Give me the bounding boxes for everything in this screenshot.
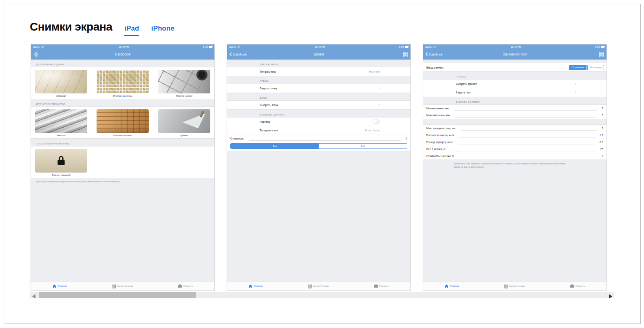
nav-bar: CalcBook — [31, 49, 214, 60]
tabbar-label: Калькуляторы — [313, 285, 329, 287]
row-label: Максимальная, мм. — [426, 114, 450, 117]
tab-ipad[interactable]: iPad — [124, 24, 139, 36]
scrollbar-thumb[interactable] — [39, 292, 196, 298]
tab-bar: Главная Калькуляторы Проекты — [31, 281, 214, 290]
field-underline — [459, 158, 597, 158]
row-bag-cost[interactable]: Стоимость 1 мешка, $ 0 — [423, 153, 607, 160]
row-label: Плотность смеси, кг./л. — [426, 134, 454, 137]
field-underline — [458, 144, 595, 144]
tabbar-item-calculators[interactable]: Калькуляторы — [308, 284, 329, 288]
row-label: Мин. толщина слоя, мм. — [426, 127, 456, 130]
row-value: 0 — [406, 137, 407, 140]
clock-label: 10:49 PM — [119, 46, 129, 48]
row-max-height[interactable]: Максимальная, мм. 5 — [423, 112, 607, 119]
row-label: Вес 1 мешка, кг. — [426, 148, 446, 151]
row-set-wall[interactable]: Задать стену › — [260, 84, 380, 93]
tabbar-item-projects[interactable]: Проекты — [570, 284, 585, 288]
carrier-label: Carrier — [425, 46, 432, 48]
row-label: Раствор — [260, 120, 270, 123]
tabbar-item-projects[interactable]: Проекты — [178, 284, 193, 288]
field-underline — [249, 140, 401, 141]
tab-bar: Главная Калькуляторы Проекты — [423, 281, 607, 290]
lock-icon — [56, 155, 66, 167]
tab-iphone[interactable]: iPhone — [151, 24, 174, 35]
scroll-right-arrow[interactable] — [609, 293, 612, 300]
nav-bar: CalcBook Блоки — [227, 49, 410, 60]
row-min-layer[interactable]: Мин. толщина слоя, мм. 3 — [423, 125, 607, 132]
metal-image — [35, 109, 87, 133]
input-mode-segmented-control: По размерам По площади — [569, 65, 604, 70]
result-button[interactable] — [403, 52, 408, 57]
row-cost[interactable]: Стоимость 0 — [227, 135, 410, 142]
row-set-floor[interactable]: Задать пол › — [456, 88, 576, 97]
briefcase-icon — [374, 284, 378, 288]
section-header-specialized: СПЕЦИАЛИЗИРОВАННЫЕ — [31, 139, 214, 146]
tabbar-item-home[interactable]: Главная — [248, 284, 263, 288]
segment-square[interactable]: Бм² — [319, 144, 407, 148]
home-icon — [248, 284, 253, 288]
carrier-label: Carrier — [229, 46, 236, 48]
field-underline — [455, 117, 597, 117]
clock-label: 10:49 PM — [315, 46, 325, 48]
result-button[interactable] — [599, 52, 604, 57]
section-header-repair: ДЛЯ РЕМОНТА ДОМА — [31, 60, 214, 67]
row-mix-density[interactable]: Плотность смеси, кг./л. 1.2 — [423, 132, 607, 139]
calc-item-lumber[interactable]: Пиломатериалы — [97, 109, 149, 137]
segment-by-area[interactable]: По площади — [587, 65, 604, 70]
calc-item-laminate[interactable]: Ламинат — [35, 70, 87, 98]
gear-icon — [33, 52, 39, 57]
row-value: 1.2 — [600, 134, 603, 137]
swipe-hint: Для пролистывания калькуляторов использу… — [31, 178, 214, 185]
back-button[interactable]: CalcBook — [229, 52, 247, 56]
tabbar-label: Калькуляторы — [117, 285, 133, 287]
chevron-right-icon: › — [575, 90, 576, 95]
row-choose-block[interactable]: Выбрать блок › — [260, 101, 380, 109]
tabbar-item-home[interactable]: Главная — [52, 284, 67, 288]
mortar-toggle[interactable] — [373, 120, 380, 124]
chevron-right-icon: › — [575, 81, 576, 86]
briefcase-icon — [178, 284, 182, 288]
calc-item-floor-tile[interactable]: Плитка на пол — [158, 70, 210, 98]
row-value: 3 — [602, 127, 603, 130]
row-value: На стену — [369, 70, 380, 73]
section-header-project: ПРОЕКТ — [423, 72, 607, 79]
calc-item-wall-tile[interactable]: Плитка на стены — [97, 70, 149, 98]
calc-item-trench[interactable]: Расчет траншей — [35, 149, 87, 177]
calculator-icon — [504, 284, 508, 288]
row-wall-thickness[interactable]: Толщина стен В пол блока — [260, 126, 380, 135]
row-bag-weight[interactable]: Вес 1 мешка, кг. 25 — [423, 146, 607, 153]
row-label: Задать пол — [456, 91, 470, 94]
row-label: Толщина стен — [260, 129, 278, 132]
tabbar-label: Калькуляторы — [509, 285, 525, 287]
tabbar-item-calculators[interactable]: Калькуляторы — [112, 284, 133, 288]
calc-item-metal[interactable]: Металл — [35, 109, 87, 137]
tabbar-item-home[interactable]: Главная — [444, 284, 459, 288]
back-button[interactable]: CalcBook — [426, 52, 443, 56]
row-calc-type[interactable]: Тип расчета На стену — [260, 67, 380, 76]
specialized-gallery: Расчет траншей — [31, 146, 214, 178]
segment-by-dimensions[interactable]: По размерам — [569, 65, 587, 70]
nav-bar: CalcBook Заливной пол — [423, 49, 607, 60]
section-header-wall: СТЕНА — [227, 76, 410, 84]
calc-item-label: Цемент — [158, 133, 210, 137]
tabbar-item-projects[interactable]: Проекты — [374, 284, 389, 288]
clock-label: 10:49 PM — [511, 46, 521, 48]
section-header-input: ВХОДНЫЕ ДАННЫЕ — [227, 110, 410, 117]
segment-blocks[interactable]: Блк — [231, 144, 319, 148]
battery-icon — [209, 46, 212, 48]
row-choose-project[interactable]: Выбрать проект › — [456, 80, 576, 88]
calculator-icon — [308, 284, 312, 288]
status-bar: Carrier 10:49 PM 84% — [423, 44, 607, 49]
row-water-usage[interactable]: Расход воды(л.) на кг. 0.6 — [423, 139, 607, 146]
scroll-left-arrow[interactable] — [32, 293, 35, 300]
laminate-image — [35, 70, 87, 93]
settings-button[interactable] — [33, 52, 39, 57]
horizontal-scrollbar[interactable] — [30, 292, 614, 298]
row-label: Минимальная, мм. — [426, 107, 450, 110]
field-underline — [461, 130, 597, 131]
screenshot-floor: Carrier 10:49 PM 84% CalcBook Заливной п… — [423, 44, 607, 291]
tabbar-item-calculators[interactable]: Калькуляторы — [504, 284, 525, 288]
chevron-right-icon: › — [379, 102, 380, 108]
row-min-height[interactable]: Минимальная, мм. 3 — [423, 105, 607, 112]
calc-item-cement[interactable]: Цемент — [158, 109, 210, 137]
